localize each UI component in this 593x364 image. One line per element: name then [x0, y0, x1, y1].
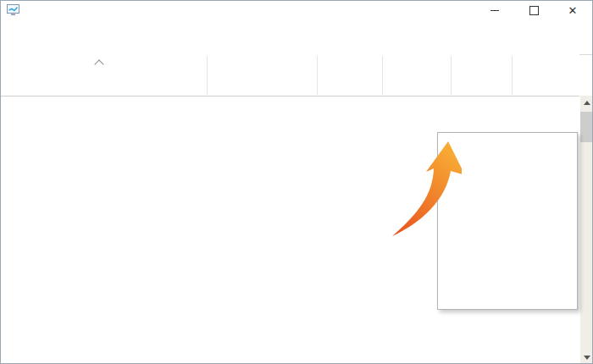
scroll-down-button[interactable] — [580, 350, 593, 364]
sort-ascending-icon — [96, 61, 103, 68]
window-controls: ✕ — [475, 1, 592, 19]
tab-strip — [1, 36, 592, 55]
column-divider — [207, 56, 208, 95]
context-menu — [437, 132, 578, 310]
scrollbar-thumb[interactable] — [580, 112, 593, 142]
minimize-button[interactable] — [475, 1, 514, 19]
column-divider — [317, 56, 318, 95]
close-button[interactable]: ✕ — [553, 1, 592, 19]
task-manager-app-icon — [7, 4, 19, 19]
column-divider — [382, 56, 383, 95]
task-manager-window: ✕ — [0, 0, 593, 364]
column-divider — [512, 56, 513, 95]
menu-bar — [1, 19, 592, 36]
column-divider — [451, 56, 452, 95]
maximize-button[interactable] — [514, 1, 553, 19]
triangle-down-icon — [584, 356, 590, 360]
title-bar: ✕ — [1, 1, 592, 19]
triangle-up-icon — [584, 101, 590, 105]
table-header — [1, 54, 579, 97]
vertical-scrollbar[interactable] — [580, 96, 593, 364]
scroll-up-button[interactable] — [580, 96, 593, 110]
